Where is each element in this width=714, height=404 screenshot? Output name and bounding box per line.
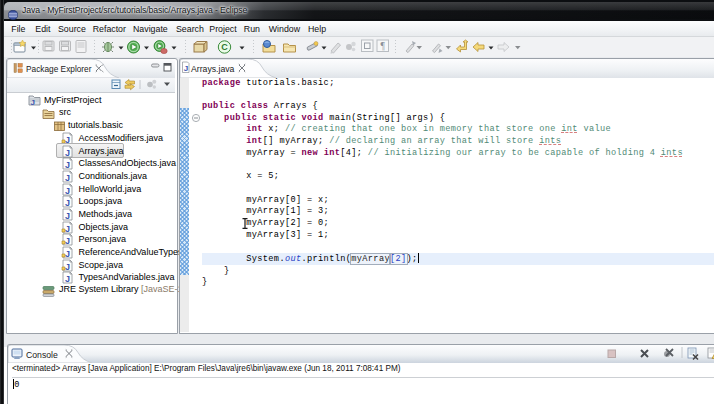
svg-text:Package Explorer: Package Explorer xyxy=(26,64,92,74)
svg-text:Console: Console xyxy=(26,350,58,360)
svg-text:Arrays.java: Arrays.java xyxy=(191,64,235,74)
svg-text:J: J xyxy=(184,64,188,73)
svg-text:C: C xyxy=(221,42,228,52)
svg-text:¶: ¶ xyxy=(381,41,386,51)
